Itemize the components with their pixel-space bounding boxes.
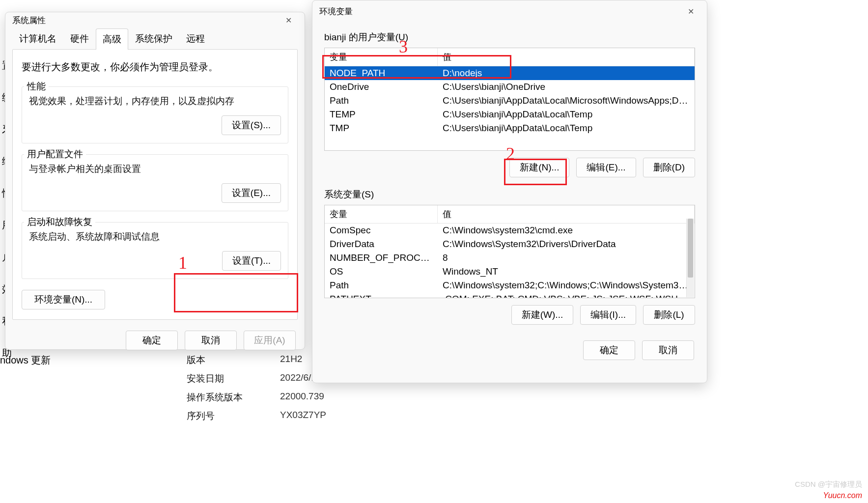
var-name: Path <box>325 94 438 108</box>
performance-group: 性能 视觉效果，处理器计划，内存使用，以及虚拟内存 设置(S)... <box>22 86 288 143</box>
bg-detail-label: 操作系统版本 <box>187 391 251 404</box>
admin-note: 要进行大多数更改，你必须作为管理员登录。 <box>22 60 288 74</box>
col-value[interactable]: 值 <box>438 205 695 223</box>
tab-0[interactable]: 计算机名 <box>12 28 63 49</box>
scrollbar-thumb[interactable] <box>688 219 693 278</box>
var-value: C:\Windows\System32\Drivers\DriverData <box>438 237 695 251</box>
bg-system-details: 版本21H2安装日期2022/6/17操作系统版本22000.739序列号YX0… <box>187 354 326 428</box>
col-value[interactable]: 值 <box>438 48 695 66</box>
table-row[interactable]: ComSpecC:\Windows\system32\cmd.exe <box>325 224 695 237</box>
annotation-2: 2 <box>506 143 515 164</box>
sysprops-apply-button: 应用(A) <box>244 331 296 350</box>
var-name: OS <box>325 265 438 279</box>
annotation-1: 1 <box>178 252 187 273</box>
tab-2[interactable]: 高级 <box>96 28 128 50</box>
sysprops-title: 系统属性 <box>12 15 46 26</box>
sys-vars-list[interactable]: 变量 值 ComSpecC:\Windows\system32\cmd.exeD… <box>324 205 695 298</box>
list-header: 变量 值 <box>325 205 695 224</box>
bg-detail-row: 安装日期2022/6/17 <box>187 372 326 385</box>
var-name: ComSpec <box>325 224 438 237</box>
profile-group: 用户配置文件 与登录帐户相关的桌面设置 设置(E)... <box>22 154 288 211</box>
var-value: D:\nodejs <box>438 66 695 80</box>
table-row[interactable]: NODE_PATHD:\nodejs <box>325 66 695 80</box>
startup-group: 启动和故障恢复 系统启动、系统故障和调试信息 设置(T)... <box>22 222 288 279</box>
user-edit-button[interactable]: 编辑(E)... <box>576 158 636 177</box>
tab-3[interactable]: 系统保护 <box>128 28 179 49</box>
var-value: C:\Windows\system32\cmd.exe <box>438 224 695 237</box>
sysprops-tabs: 计算机名硬件高级系统保护远程 <box>5 28 305 49</box>
list-header: 变量 值 <box>325 48 695 66</box>
sysprops-advanced-page: 要进行大多数更改，你必须作为管理员登录。 性能 视觉效果，处理器计划，内存使用，… <box>12 49 298 320</box>
user-vars-list[interactable]: 变量 值 NODE_PATHD:\nodejsOneDriveC:\Users\… <box>324 48 695 151</box>
sysprops-ok-button[interactable]: 确定 <box>126 331 178 350</box>
table-row[interactable]: PATHEXT.COM;.EXE;.BAT;.CMD;.VBS;.VBE;.JS… <box>325 292 695 298</box>
env-vars-button[interactable]: 环境变量(N)... <box>22 290 105 309</box>
user-new-button[interactable]: 新建(N)... <box>509 158 569 177</box>
sys-new-button[interactable]: 新建(W)... <box>511 305 573 325</box>
table-row[interactable]: DriverDataC:\Windows\System32\Drivers\Dr… <box>325 237 695 251</box>
envvars-dialog-buttons: 确定 取消 <box>324 335 695 368</box>
envvars-titlebar[interactable]: 环境变量 ✕ <box>312 0 707 22</box>
sysprops-titlebar[interactable]: 系统属性 ✕ <box>5 12 305 28</box>
sys-vars-label: 系统变量(S) <box>324 188 695 201</box>
envvars-cancel-button[interactable]: 取消 <box>642 340 694 360</box>
var-name: NODE_PATH <box>325 66 438 80</box>
bg-detail-row: 操作系统版本22000.739 <box>187 391 326 404</box>
envvars-title: 环境变量 <box>319 6 353 17</box>
site-watermark: Yuucn.com <box>823 491 862 500</box>
var-value: .COM;.EXE;.BAT;.CMD;.VBS;.VBE;.JS;.JSE;.… <box>438 292 695 298</box>
csdn-watermark: CSDN @宇宙修理员 <box>795 480 862 489</box>
var-name: TMP <box>325 121 438 135</box>
var-value: C:\Users\bianji\AppData\Local\Temp <box>438 108 695 121</box>
table-row[interactable]: OSWindows_NT <box>325 265 695 279</box>
var-value: C:\Users\bianji\OneDrive <box>438 80 695 94</box>
sys-edit-button[interactable]: 编辑(I)... <box>580 305 636 325</box>
bg-detail-value: 22000.739 <box>280 391 324 404</box>
var-name: PATHEXT <box>325 292 438 298</box>
close-icon[interactable]: ✕ <box>277 12 300 28</box>
table-row[interactable]: TMPC:\Users\bianji\AppData\Local\Temp <box>325 121 695 135</box>
var-name: DriverData <box>325 237 438 251</box>
table-row[interactable]: NUMBER_OF_PROCESSORS8 <box>325 251 695 265</box>
perf-desc: 视觉效果，处理器计划，内存使用，以及虚拟内存 <box>29 95 281 108</box>
table-row[interactable]: PathC:\Windows\system32;C:\Windows;C:\Wi… <box>325 279 695 292</box>
sysprops-cancel-button[interactable]: 取消 <box>185 331 237 350</box>
bg-detail-row: 序列号YX03Z7YP <box>187 410 326 422</box>
close-icon[interactable]: ✕ <box>679 3 702 19</box>
startup-desc: 系统启动、系统故障和调试信息 <box>29 230 281 243</box>
tab-4[interactable]: 远程 <box>179 28 212 49</box>
bg-detail-label: 安装日期 <box>187 372 251 385</box>
var-name: Path <box>325 279 438 292</box>
perf-legend: 性能 <box>24 80 49 93</box>
startup-settings-button[interactable]: 设置(T)... <box>222 251 281 271</box>
sys-delete-button[interactable]: 删除(L) <box>643 305 695 325</box>
table-row[interactable]: PathC:\Users\bianji\AppData\Local\Micros… <box>325 94 695 108</box>
startup-legend: 启动和故障恢复 <box>24 216 95 228</box>
col-name[interactable]: 变量 <box>325 205 438 223</box>
sys-vars-buttons: 新建(W)... 编辑(I)... 删除(L) <box>324 298 695 335</box>
var-value: 8 <box>438 251 695 265</box>
sysprops-dialog-buttons: 确定 取消 应用(A) <box>5 326 305 358</box>
envvars-ok-button[interactable]: 确定 <box>583 340 635 360</box>
var-name: NUMBER_OF_PROCESSORS <box>325 251 438 265</box>
env-vars-dialog: 环境变量 ✕ bianji 的用户变量(U) 变量 值 NODE_PATHD:\… <box>312 0 707 383</box>
table-row[interactable]: OneDriveC:\Users\bianji\OneDrive <box>325 80 695 94</box>
user-vars-label: bianji 的用户变量(U) <box>324 31 695 44</box>
profile-desc: 与登录帐户相关的桌面设置 <box>29 163 281 175</box>
var-name: TEMP <box>325 108 438 121</box>
tab-1[interactable]: 硬件 <box>63 28 96 49</box>
user-delete-button[interactable]: 删除(D) <box>643 158 695 177</box>
bg-detail-value: YX03Z7YP <box>280 410 326 422</box>
var-value: C:\Users\bianji\AppData\Local\Temp <box>438 121 695 135</box>
annotation-3: 3 <box>399 36 408 57</box>
profile-legend: 用户配置文件 <box>24 148 86 161</box>
system-properties-dialog: 系统属性 ✕ 计算机名硬件高级系统保护远程 要进行大多数更改，你必须作为管理员登… <box>5 12 305 350</box>
var-value: C:\Windows\system32;C:\Windows;C:\Window… <box>438 279 695 292</box>
col-name[interactable]: 变量 <box>325 48 438 66</box>
var-value: C:\Users\bianji\AppData\Local\Microsoft\… <box>438 94 695 108</box>
profile-settings-button[interactable]: 设置(E)... <box>222 183 281 203</box>
table-row[interactable]: TEMPC:\Users\bianji\AppData\Local\Temp <box>325 108 695 121</box>
var-value: Windows_NT <box>438 265 695 279</box>
scrollbar[interactable] <box>686 219 694 297</box>
perf-settings-button[interactable]: 设置(S)... <box>222 115 281 135</box>
